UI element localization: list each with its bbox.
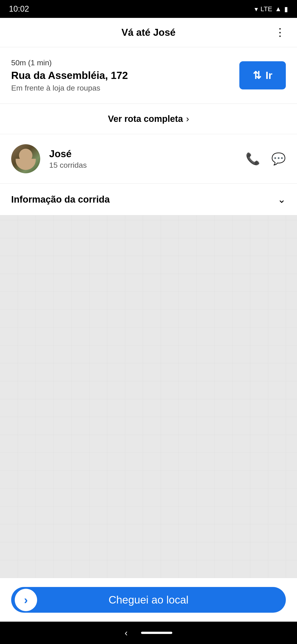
ride-info-title: Informação da corrida <box>11 194 110 205</box>
go-label: Ir <box>266 69 273 82</box>
more-options-button[interactable]: ⋮ <box>275 27 286 38</box>
passenger-section: José 15 corridas 📞 💬 <box>0 134 297 184</box>
route-note: Em frente à loja de roupas <box>11 84 128 92</box>
avatar-image <box>11 144 40 173</box>
passenger-info: José 15 corridas <box>49 148 237 170</box>
battery-icon: ▮ <box>284 5 288 13</box>
arrived-label: Cheguei ao local <box>24 594 273 606</box>
full-route-label: Ver rota completa <box>108 114 183 124</box>
passenger-name: José <box>49 148 237 160</box>
full-route-button[interactable]: Ver rota completa › <box>0 104 297 134</box>
network-label: LTE <box>261 5 273 13</box>
status-time: 10:02 <box>9 4 29 14</box>
wifi-icon: ▾ <box>255 5 258 13</box>
message-button[interactable]: 💬 <box>271 152 286 166</box>
header: Vá até José ⋮ <box>0 18 297 47</box>
map-area <box>0 215 297 578</box>
arrived-button[interactable]: › Cheguei ao local <box>11 587 286 613</box>
go-button[interactable]: ⇅ Ir <box>239 61 286 90</box>
bottom-section: › Cheguei ao local <box>0 578 297 622</box>
route-arrows-icon: ⇅ <box>253 69 262 82</box>
signal-icon: ▲ <box>275 5 282 13</box>
page-title: Vá até José <box>121 27 175 38</box>
chevron-down-icon: ⌄ <box>278 194 286 205</box>
passenger-rides: 15 corridas <box>49 161 237 170</box>
status-bar: 10:02 ▾ LTE ▲ ▮ <box>0 0 297 18</box>
passenger-actions: 📞 💬 <box>246 152 286 166</box>
route-info: 50m (1 min) Rua da Assembléia, 172 Em fr… <box>11 58 128 92</box>
home-indicator[interactable] <box>141 632 172 634</box>
arrived-arrow-icon: › <box>15 589 37 611</box>
call-button[interactable]: 📞 <box>246 152 260 166</box>
full-route-arrow-icon: › <box>186 114 189 124</box>
route-eta: 50m (1 min) <box>11 58 128 67</box>
avatar <box>11 144 40 173</box>
route-section: 50m (1 min) Rua da Assembléia, 172 Em fr… <box>0 47 297 104</box>
status-icons: ▾ LTE ▲ ▮ <box>255 5 288 13</box>
back-button[interactable]: ‹ <box>125 628 128 638</box>
ride-info-section[interactable]: Informação da corrida ⌄ <box>0 184 297 215</box>
route-address: Rua da Assembléia, 172 <box>11 69 128 82</box>
nav-bar: ‹ <box>0 622 297 644</box>
